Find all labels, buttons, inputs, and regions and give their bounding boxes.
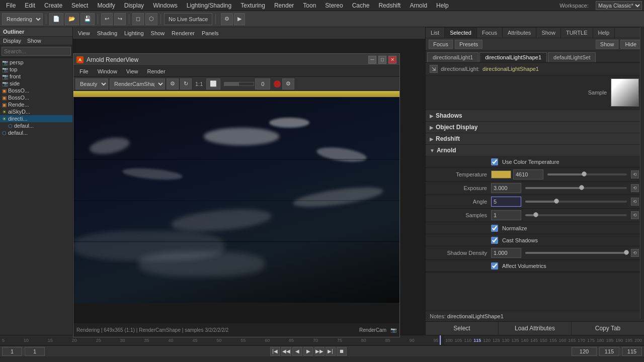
menu-display[interactable]: Display (120, 1, 148, 10)
select-bottom-btn[interactable]: Select (426, 322, 499, 335)
tab-help[interactable]: Help (593, 28, 615, 38)
minimize-button[interactable]: ─ (368, 56, 376, 64)
presets-button[interactable]: Presets (455, 40, 482, 49)
menu-render[interactable]: Render (270, 1, 298, 10)
tree-item-default1[interactable]: ⬡ defaul... (0, 122, 72, 129)
shadow-density-reset[interactable]: ⟲ (631, 249, 639, 257)
tree-item-render[interactable]: ▣ Rende... (0, 101, 72, 108)
close-button[interactable]: ✕ (388, 56, 396, 64)
select-btn[interactable]: ◻ (132, 13, 144, 25)
menu-create[interactable]: Create (40, 1, 66, 10)
playback-speed-field[interactable]: 115 (599, 347, 619, 356)
temperature-reset[interactable]: ⟲ (631, 170, 639, 178)
current-frame-field[interactable]: 1 (2, 347, 22, 356)
temperature-slider[interactable] (547, 173, 627, 175)
load-attributes-btn[interactable]: Load Attributes (499, 322, 572, 335)
camera-select[interactable]: RenderCamShape (110, 78, 165, 89)
samples-input[interactable]: 1 (491, 210, 521, 220)
copy-tab-btn[interactable]: Copy Tab (572, 322, 644, 335)
tree-item-top[interactable]: 📷 top (0, 66, 72, 73)
menu-texturing[interactable]: Texturing (236, 1, 269, 10)
maximize-button[interactable]: □ (378, 56, 386, 64)
tree-item-side[interactable]: 📷 side (0, 80, 72, 87)
samples-slider[interactable] (525, 214, 627, 216)
counter-input[interactable]: 0 (255, 78, 270, 89)
render-btn[interactable]: ▶ (234, 13, 245, 25)
object-display-header[interactable]: ▶ Object Display (426, 122, 644, 133)
tree-item-bosso1[interactable]: ▣ BossO... (0, 87, 72, 94)
affect-volumetrics-checkbox[interactable] (491, 262, 498, 269)
viewport-panels-menu[interactable]: Panels (199, 30, 222, 37)
render-settings-btn[interactable]: ⚙ (221, 13, 233, 25)
tab-show[interactable]: Show (536, 28, 561, 38)
exposure-slider[interactable] (525, 187, 627, 189)
menu-help[interactable]: Help (432, 1, 453, 10)
node-tab-directional-light-shape[interactable]: directionalLightShape1 (479, 52, 547, 62)
workspace-select[interactable]: Maya Classic* (596, 1, 642, 10)
tab-focus[interactable]: Focus (477, 28, 503, 38)
use-color-temp-checkbox[interactable] (491, 158, 498, 165)
refresh-btn[interactable]: ↻ (180, 78, 192, 89)
screenshot-icon[interactable]: 📷 (390, 327, 396, 333)
menu-toon[interactable]: Toon (299, 1, 320, 10)
viewport-view-menu[interactable]: View (75, 30, 93, 37)
temperature-input[interactable]: 4610 (513, 169, 543, 179)
focus-button[interactable]: Focus (429, 40, 453, 49)
node-tab-default-light-set[interactable]: defaultLightSet (548, 52, 596, 62)
undo-btn[interactable]: ↩ (101, 13, 113, 25)
menu-select[interactable]: Select (67, 1, 92, 10)
menu-file[interactable]: File (2, 1, 20, 10)
tree-item-bosso2[interactable]: ▣ BossO... (0, 94, 72, 101)
total-frames-field[interactable] (622, 347, 642, 356)
fit-btn[interactable]: ⬜ (206, 78, 220, 89)
shadow-density-slider[interactable] (525, 252, 627, 254)
step-fwd-btn[interactable]: ▶▶ (314, 347, 325, 356)
step-back-btn[interactable]: ◀◀ (281, 347, 291, 356)
render-file-menu[interactable]: File (75, 68, 93, 75)
temperature-color-swatch[interactable] (491, 170, 511, 178)
arnold-header[interactable]: ▼ Arnold (426, 145, 644, 156)
tree-item-aisky[interactable]: ☀ aiSkyD... (0, 108, 72, 115)
playhead[interactable] (440, 335, 441, 345)
menu-modify[interactable]: Modify (93, 1, 119, 10)
render-view-menu[interactable]: View (122, 68, 142, 75)
stop-btn[interactable]: ⏹ (337, 347, 347, 356)
hide-button[interactable]: Hide (620, 40, 641, 49)
samples-reset[interactable]: ⟲ (631, 211, 639, 219)
menu-edit[interactable]: Edit (21, 1, 39, 10)
render-render-menu[interactable]: Render (143, 68, 170, 75)
menu-windows[interactable]: Windows (149, 1, 182, 10)
node-tab-directional-light[interactable]: directionalLight1 (427, 52, 478, 62)
settings-btn-2[interactable]: ⚙ (282, 78, 294, 89)
tab-list[interactable]: List (426, 28, 445, 38)
menu-cache[interactable]: Cache (348, 1, 374, 10)
panel-resize-handle[interactable] (640, 27, 644, 319)
menu-stereo[interactable]: Stereo (321, 1, 347, 10)
mode-select[interactable]: Rendering (2, 13, 43, 25)
angle-slider[interactable] (525, 201, 627, 203)
cast-shadows-checkbox[interactable] (491, 237, 498, 244)
menu-lighting-shading[interactable]: Lighting/Shading (183, 1, 235, 10)
jump-end-btn[interactable]: ▶| (326, 347, 336, 356)
redshift-header[interactable]: ▶ Redshift (426, 133, 644, 144)
tab-selected[interactable]: Selected (445, 28, 477, 38)
open-btn[interactable]: 📂 (65, 13, 79, 25)
redo-btn[interactable]: ↪ (114, 13, 126, 25)
exposure-reset[interactable]: ⟲ (631, 184, 639, 192)
new-btn[interactable]: 📄 (49, 13, 63, 25)
outliner-search-input[interactable] (2, 47, 71, 56)
show-button[interactable]: Show (596, 40, 619, 49)
viewport-show-menu[interactable]: Show (148, 30, 168, 37)
render-canvas[interactable] (73, 91, 399, 323)
end-frame-field[interactable]: 120 (572, 347, 597, 356)
play-back-btn[interactable]: ◀ (292, 347, 302, 356)
beauty-select[interactable]: Beauty (75, 78, 108, 89)
lasso-btn[interactable]: ⬡ (145, 13, 157, 25)
jump-start-btn[interactable]: |◀ (270, 347, 280, 356)
normalize-checkbox[interactable] (491, 225, 498, 232)
tree-item-directional[interactable]: ☀ directi... (0, 115, 72, 122)
tab-attributes[interactable]: Attributes (503, 28, 536, 38)
render-window-menu[interactable]: Window (94, 68, 121, 75)
viewport-lighting-menu[interactable]: Lighting (121, 30, 147, 37)
tab-turtle[interactable]: TURTLE (561, 28, 593, 38)
